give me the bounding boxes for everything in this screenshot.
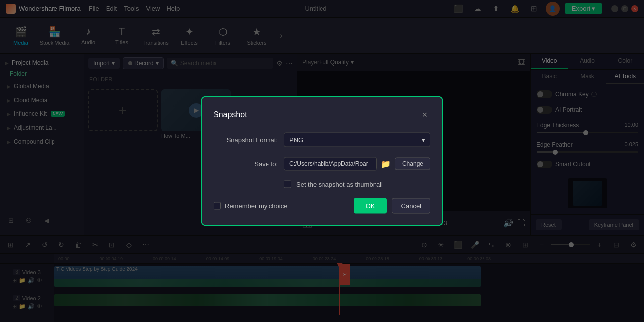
dialog-title-row: Snapshot × [214, 109, 430, 121]
save-to-label: Save to: [214, 160, 278, 167]
cancel-button[interactable]: Cancel [392, 198, 430, 214]
snapshot-dialog: Snapshot × Snapshot Format: PNG ▾ Save t… [201, 96, 443, 226]
thumbnail-checkbox[interactable] [284, 181, 291, 188]
format-control: PNG ▾ [284, 133, 430, 147]
dialog-actions: OK Cancel [354, 198, 430, 214]
ok-button[interactable]: OK [354, 198, 387, 214]
format-value: PNG [289, 136, 303, 144]
save-to-row: Save to: C:/Users/habib/AppData/Roar 📁 C… [214, 157, 430, 171]
change-button[interactable]: Change [395, 158, 430, 170]
thumbnail-label: Set the snapshot as thumbnail [296, 181, 383, 188]
browse-button[interactable]: 📁 [381, 159, 391, 168]
remember-row: Remember my choice [214, 202, 287, 210]
remember-checkbox[interactable] [214, 202, 221, 210]
save-to-control: C:/Users/habib/AppData/Roar 📁 Change [284, 157, 430, 171]
save-path-input[interactable]: C:/Users/habib/AppData/Roar [284, 157, 377, 171]
format-select[interactable]: PNG ▾ [284, 133, 430, 147]
format-label: Snapshot Format: [214, 136, 278, 144]
dialog-close-button[interactable]: × [419, 109, 430, 121]
remember-label: Remember my choice [225, 202, 287, 210]
thumbnail-row: Set the snapshot as thumbnail [214, 181, 430, 188]
dialog-title: Snapshot [214, 110, 247, 119]
dialog-footer: Remember my choice OK Cancel [214, 198, 430, 214]
format-row: Snapshot Format: PNG ▾ [214, 133, 430, 147]
